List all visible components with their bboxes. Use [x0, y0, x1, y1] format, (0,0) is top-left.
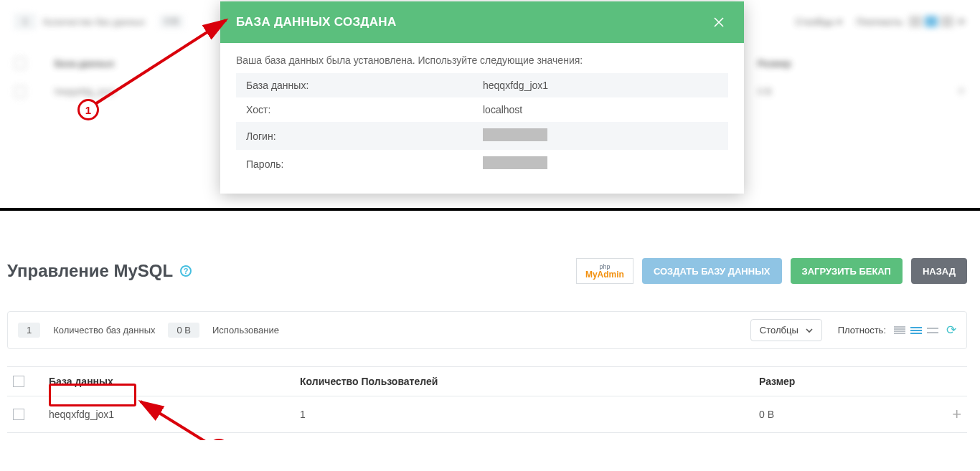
modal-row-login-value [483, 128, 547, 143]
col-header-size: Размер [759, 376, 933, 387]
annotation-step-2: 2 [208, 439, 230, 440]
annotation-step-1: 1 [77, 99, 99, 120]
modal-row-host-label: Хост: [246, 104, 483, 115]
db-count-label: Количество баз данных [53, 325, 155, 336]
db-table: База данных Количество Пользователей Раз… [7, 366, 967, 433]
add-icon[interactable]: + [933, 405, 961, 424]
density-comfy-icon[interactable] [926, 325, 939, 336]
create-db-button[interactable]: СОЗДАТЬ БАЗУ ДАННЫХ [642, 258, 782, 284]
chevron-down-icon [806, 327, 813, 334]
usage-pill: 0 B [168, 323, 199, 338]
modal-row-db-label: База данных: [246, 80, 483, 91]
upload-backup-button[interactable]: ЗАГРУЗИТЬ БЕКАП [791, 258, 903, 284]
modal-row-db-value: heqqxfdg_jox1 [483, 80, 548, 91]
db-count-pill: 1 [18, 323, 40, 338]
close-icon[interactable] [710, 13, 728, 32]
back-button[interactable]: НАЗАД [911, 258, 967, 284]
density-compact-icon[interactable] [893, 325, 906, 336]
modal-row-host-value: localhost [483, 104, 522, 115]
select-all-checkbox[interactable] [13, 376, 24, 387]
row-db-name[interactable]: heqqxfdg_jox1 [49, 409, 300, 420]
usage-label: Использование [212, 325, 279, 336]
modal-row-password-label: Пароль: [246, 158, 483, 170]
db-count-label: Количество баз данных [43, 16, 145, 27]
row-size: 0 B [759, 409, 933, 420]
usage-badge: 0 B [159, 15, 184, 28]
table-header: База данных Количество Пользователей Раз… [7, 367, 967, 396]
phpmyadmin-button[interactable]: php MyAdmin [576, 258, 633, 284]
row-users: 1 [300, 409, 759, 420]
columns-dropdown-blur: Столбцы ▾ [796, 16, 842, 27]
density-label: Плотность: [838, 325, 886, 336]
modal-row-login-label: Логин: [246, 130, 483, 142]
col-size-blur: Размер [758, 58, 966, 69]
row-checkbox[interactable] [13, 409, 24, 420]
modal-body: Ваша база данных была установлена. Испол… [220, 43, 744, 194]
columns-dropdown[interactable]: Столбцы [750, 319, 822, 341]
table-row: heqqxfdg_jox1 1 0 B + [7, 396, 967, 433]
modal-header: БАЗА ДАННЫХ СОЗДАНА [220, 1, 744, 43]
row-size-blur: 0 B [758, 86, 957, 97]
density-normal-icon[interactable] [910, 325, 923, 336]
page-title: Управление MySQL [7, 261, 173, 281]
refresh-icon-blur: ⟳ [958, 16, 966, 27]
modal-title: БАЗА ДАННЫХ СОЗДАНА [236, 15, 397, 29]
refresh-icon[interactable]: ⟳ [946, 323, 956, 338]
modal-intro: Ваша база данных была установлена. Испол… [236, 54, 728, 66]
col-header-users: Количество Пользователей [300, 376, 759, 387]
help-icon[interactable]: ? [180, 265, 192, 277]
stats-bar: 1 Количество баз данных 0 B Использовани… [7, 311, 967, 349]
col-header-name: База данных [49, 376, 300, 387]
top-section: 1 Количество баз данных 0 B Столбцы ▾ Пл… [0, 0, 980, 208]
db-created-modal: БАЗА ДАННЫХ СОЗДАНА Ваша база данных был… [220, 1, 744, 194]
density-label-blur: Плотность: [857, 16, 905, 27]
modal-row-password-value [483, 156, 547, 171]
db-count-pill: 1 [14, 14, 36, 29]
page-title-row: Управление MySQL ? php MyAdmin СОЗДАТЬ Б… [7, 258, 967, 284]
bottom-section: Управление MySQL ? php MyAdmin СОЗДАТЬ Б… [0, 211, 980, 440]
